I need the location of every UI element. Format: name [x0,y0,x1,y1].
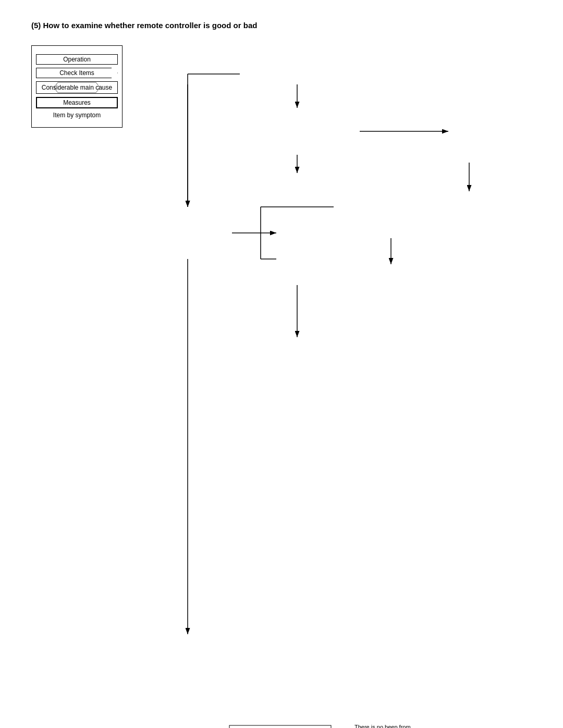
legend-measures: Measures [36,97,118,108]
flowchart-svg: Operation Check Items Considerable main … [31,697,553,728]
svg-rect-28 [229,725,331,728]
page-title: (5) How to examine whether remote contro… [31,21,532,30]
legend-operation: Operation [36,54,118,65]
main-container: Operation Check Items Considerable main … [31,45,532,697]
legend-considerable: Considerable main cause [36,81,118,94]
flowchart [136,45,527,697]
diagram-container: Operation Check Items Considerable main … [31,697,553,728]
svg-text:There is no beep from: There is no beep from [354,724,411,728]
legend-check-items: Check Items [36,68,118,78]
legend-item-symptom: Item by symptom [36,112,118,119]
legend-box: Operation Check Items Considerable main … [31,45,123,128]
